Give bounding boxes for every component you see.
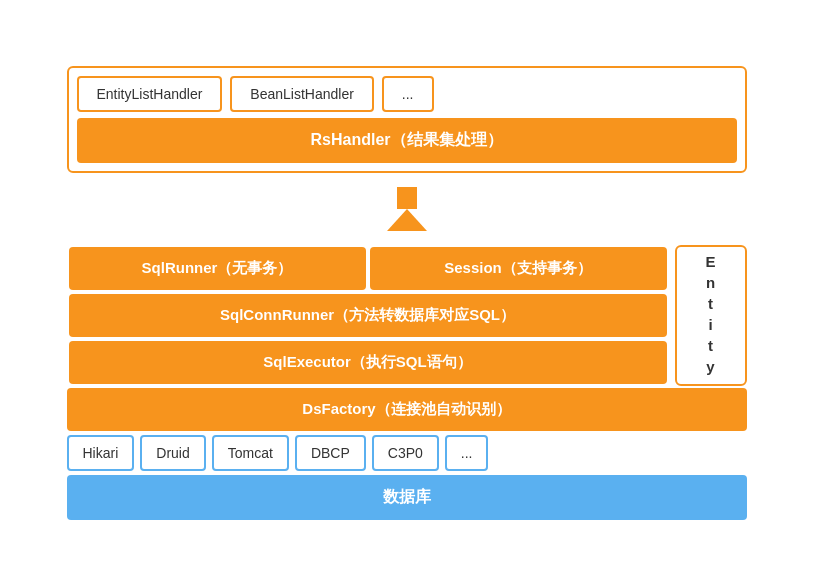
entity-label-box: Entity: [675, 245, 747, 386]
pool-c3p0: C3P0: [372, 435, 439, 471]
session-box: Session（支持事务）: [370, 247, 667, 290]
entity-label-text: Entity: [702, 253, 719, 379]
sql-runner-session-row: SqlRunner（无事务） Session（支持事务）: [67, 245, 669, 292]
sql-runner-box: SqlRunner（无事务）: [69, 247, 366, 290]
database-box: 数据库: [67, 475, 747, 520]
rs-handler-group: EntityListHandler BeanListHandler ... Rs…: [67, 66, 747, 173]
rs-handler-ellipsis-box: ...: [382, 76, 434, 112]
rs-handler-sub-row: EntityListHandler BeanListHandler ...: [77, 76, 737, 112]
sql-executor-box: SqlExecutor（执行SQL语句）: [69, 341, 667, 384]
pools-section: DsFactory（连接池自动识别） Hikari Druid Tomcat D…: [67, 388, 747, 520]
bean-list-handler-box: BeanListHandler: [230, 76, 374, 112]
entity-list-handler-box: EntityListHandler: [77, 76, 223, 112]
pool-items-row: Hikari Druid Tomcat DBCP C3P0 ...: [67, 435, 747, 471]
pool-druid: Druid: [140, 435, 205, 471]
arrow-shaft: [397, 187, 417, 209]
sql-conn-runner-box: SqlConnRunner（方法转数据库对应SQL）: [69, 294, 667, 337]
diagram-container: EntityListHandler BeanListHandler ... Rs…: [17, 46, 797, 540]
rs-handler-main-box: RsHandler（结果集处理）: [77, 118, 737, 163]
ds-factory-box: DsFactory（连接池自动识别）: [67, 388, 747, 431]
pool-dbcp: DBCP: [295, 435, 366, 471]
pool-hikari: Hikari: [67, 435, 135, 471]
middle-boxes: SqlRunner（无事务） Session（支持事务） SqlConnRunn…: [67, 245, 669, 386]
pool-ellipsis: ...: [445, 435, 489, 471]
arrow-up-wrapper: [387, 187, 427, 231]
pool-tomcat: Tomcat: [212, 435, 289, 471]
arrow-head: [387, 209, 427, 231]
middle-section: SqlRunner（无事务） Session（支持事务） SqlConnRunn…: [67, 245, 747, 386]
